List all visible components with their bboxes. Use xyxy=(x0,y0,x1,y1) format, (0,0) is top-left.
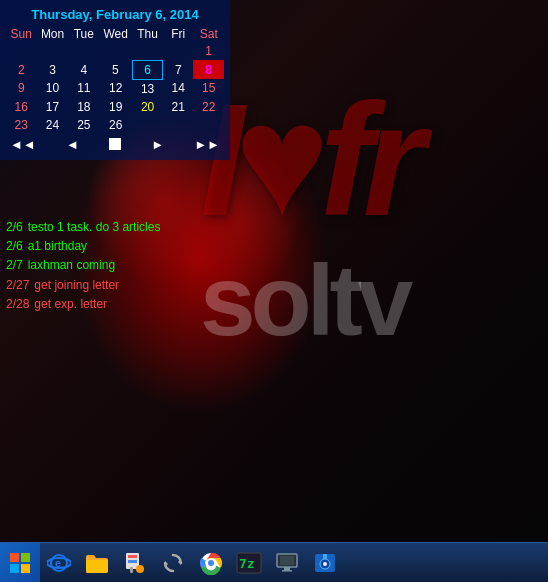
calendar-week-row: 16171819202122 xyxy=(6,98,224,116)
svg-point-10 xyxy=(136,565,144,573)
ie-icon-button[interactable]: e xyxy=(41,545,77,581)
event-date: 2/27 xyxy=(6,276,29,295)
event-line: 2/6testo 1 task. do 3 articles xyxy=(6,218,160,237)
svg-rect-1 xyxy=(21,553,30,562)
7zip-icon-button[interactable]: 7z xyxy=(231,545,267,581)
nav-square[interactable] xyxy=(109,138,121,150)
calendar-day-cell xyxy=(132,42,163,60)
calendar-day-cell[interactable]: 17 xyxy=(37,98,69,116)
svg-rect-26 xyxy=(323,554,327,559)
calendar-day-cell[interactable]: 22 xyxy=(193,98,224,116)
event-date: 2/6 xyxy=(6,218,23,237)
calendar-day-cell[interactable]: 18 xyxy=(69,98,100,116)
calendar-day-cell[interactable]: 15 xyxy=(193,79,224,98)
chrome-icon-button[interactable] xyxy=(193,545,229,581)
event-text: get joining letter xyxy=(34,276,119,295)
day-header-thu: Thu xyxy=(132,26,163,42)
calendar-day-cell[interactable]: 8 xyxy=(193,60,224,79)
calendar-day-cell[interactable]: 12 xyxy=(99,79,132,98)
watermark-line2: soltv xyxy=(200,250,548,350)
watermark-line1: I♥fr xyxy=(200,80,548,240)
event-line: 2/7laxhman coming xyxy=(6,256,160,275)
svg-rect-21 xyxy=(284,567,290,570)
calendar-body: 1234567891011121314151617181920212223242… xyxy=(6,42,224,134)
calendar-day-cell[interactable]: 20 xyxy=(132,98,163,116)
prev-prev-button[interactable]: ◄◄ xyxy=(10,137,36,152)
event-text: laxhman coming xyxy=(28,256,115,275)
calendar-day-cell[interactable]: 10 xyxy=(37,79,69,98)
calendar-day-cell[interactable]: 2 xyxy=(6,60,37,79)
music-icon-button[interactable] xyxy=(307,545,343,581)
next-next-button[interactable]: ►► xyxy=(194,137,220,152)
calendar-week-row: 9101112131415 xyxy=(6,79,224,98)
svg-rect-0 xyxy=(10,553,19,562)
svg-rect-11 xyxy=(130,567,133,573)
svg-text:e: e xyxy=(55,557,61,569)
calendar-day-cell xyxy=(37,42,69,60)
calendar-widget: Thursday, February 6, 2014 SunMonTueWedT… xyxy=(0,0,230,160)
calendar-day-cell xyxy=(6,42,37,60)
sync-icon-button[interactable] xyxy=(155,545,191,581)
calendar-day-cell xyxy=(163,116,194,134)
day-header-sun: Sun xyxy=(6,26,37,42)
day-header-fri: Fri xyxy=(163,26,194,42)
day-header-mon: Mon xyxy=(37,26,69,42)
calendar-day-cell[interactable]: 11 xyxy=(69,79,100,98)
svg-text:7z: 7z xyxy=(239,556,255,571)
calendar-day-cell xyxy=(99,42,132,60)
next-button[interactable]: ► xyxy=(151,137,164,152)
calendar-grid: SunMonTueWedThuFriSat 123456789101112131… xyxy=(6,26,224,134)
calendar-week-row: 2345678 xyxy=(6,60,224,79)
start-button[interactable] xyxy=(0,543,40,583)
svg-point-16 xyxy=(208,560,214,566)
calendar-day-cell xyxy=(69,42,100,60)
calendar-day-cell[interactable]: 21 xyxy=(163,98,194,116)
svg-rect-8 xyxy=(128,555,137,558)
svg-rect-22 xyxy=(282,570,292,572)
calendar-day-cell[interactable]: 25 xyxy=(69,116,100,134)
calendar-week-row: 23242526 xyxy=(6,116,224,134)
event-text: get exp. letter xyxy=(34,295,107,314)
calendar-day-cell[interactable]: 23 xyxy=(6,116,37,134)
prev-button[interactable]: ◄ xyxy=(66,137,79,152)
day-header-sat: Sat xyxy=(193,26,224,42)
calendar-day-cell[interactable]: 6 xyxy=(132,60,163,79)
calendar-day-cell[interactable]: 19 xyxy=(99,98,132,116)
taskbar: e xyxy=(0,542,548,582)
calendar-day-cell[interactable]: 4 xyxy=(69,60,100,79)
calendar-day-cell[interactable]: 9 xyxy=(6,79,37,98)
svg-rect-3 xyxy=(21,564,30,573)
svg-rect-20 xyxy=(280,556,294,565)
day-header-wed: Wed xyxy=(99,26,132,42)
folder-icon-button[interactable] xyxy=(79,545,115,581)
event-line: 2/6a1 birthday xyxy=(6,237,160,256)
monitor-icon-button[interactable] xyxy=(269,545,305,581)
calendar-day-cell[interactable]: 14 xyxy=(163,79,194,98)
paint-icon-button[interactable] xyxy=(117,545,153,581)
days-header-row: SunMonTueWedThuFriSat xyxy=(6,26,224,42)
event-date: 2/6 xyxy=(6,237,23,256)
svg-rect-2 xyxy=(10,564,19,573)
calendar-nav: ◄◄ ◄ ► ►► xyxy=(6,134,224,154)
calendar-day-cell[interactable]: 3 xyxy=(37,60,69,79)
calendar-day-cell[interactable]: 26 xyxy=(99,116,132,134)
calendar-day-cell xyxy=(193,116,224,134)
calendar-header: Thursday, February 6, 2014 xyxy=(6,4,224,26)
calendar-day-cell xyxy=(163,42,194,60)
event-text: a1 birthday xyxy=(28,237,87,256)
calendar-week-row: 1 xyxy=(6,42,224,60)
event-date: 2/28 xyxy=(6,295,29,314)
events-list: 2/6testo 1 task. do 3 articles2/6a1 birt… xyxy=(6,218,160,314)
calendar-day-cell[interactable]: 5 xyxy=(99,60,132,79)
event-line: 2/28get exp. letter xyxy=(6,295,160,314)
calendar-day-cell[interactable]: 7 xyxy=(163,60,194,79)
svg-point-25 xyxy=(323,562,327,566)
event-line: 2/27get joining letter xyxy=(6,276,160,295)
calendar-day-cell[interactable]: 16 xyxy=(6,98,37,116)
calendar-day-cell[interactable]: 13 xyxy=(132,79,163,98)
event-text: testo 1 task. do 3 articles xyxy=(28,218,161,237)
calendar-day-cell[interactable]: 24 xyxy=(37,116,69,134)
calendar-day-cell[interactable]: 1 xyxy=(193,42,224,60)
watermark: I♥fr soltv xyxy=(200,80,548,510)
event-date: 2/7 xyxy=(6,256,23,275)
